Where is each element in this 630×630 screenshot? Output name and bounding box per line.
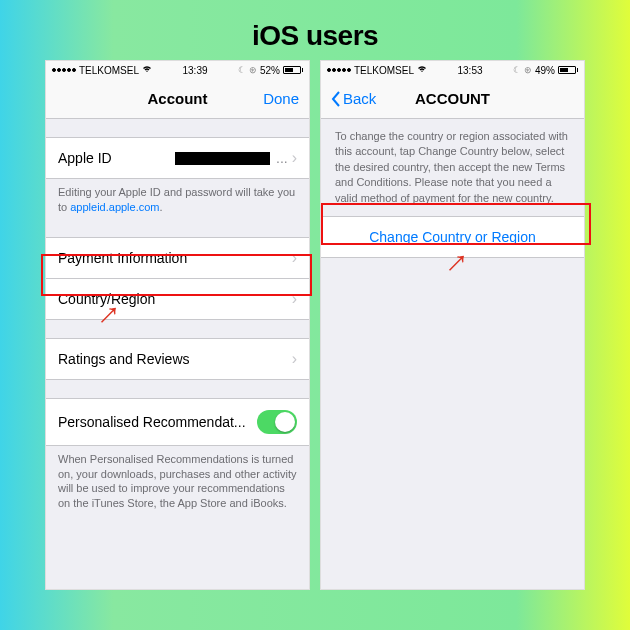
alarm-icon: ⊛ bbox=[249, 65, 257, 75]
battery-percent: 52% bbox=[260, 65, 280, 76]
status-bar: TELKOMSEL 13:39 ☾ ⊛ 52% bbox=[46, 61, 309, 79]
phone-left: TELKOMSEL 13:39 ☾ ⊛ 52% Account Done bbox=[45, 60, 310, 590]
appleid-link[interactable]: appleid.apple.com bbox=[70, 201, 159, 213]
apple-id-label: Apple ID bbox=[58, 150, 112, 166]
phone-right: TELKOMSEL 13:53 ☾ ⊛ 49% Back ACCOUNT bbox=[320, 60, 585, 590]
chevron-left-icon bbox=[331, 91, 341, 107]
carrier-label: TELKOMSEL bbox=[354, 65, 414, 76]
ratings-label: Ratings and Reviews bbox=[58, 351, 292, 367]
chevron-right-icon: › bbox=[292, 149, 297, 167]
payment-label: Payment Information bbox=[58, 250, 292, 266]
chevron-right-icon: › bbox=[292, 350, 297, 368]
dnd-moon-icon: ☾ bbox=[513, 65, 521, 75]
signal-dots-icon bbox=[327, 68, 351, 72]
change-country-description: To change the country or region associat… bbox=[321, 119, 584, 216]
nav-title: Account bbox=[148, 90, 208, 107]
personalised-label: Personalised Recommendat... bbox=[58, 414, 257, 430]
country-label: Country/Region bbox=[58, 291, 292, 307]
nav-bar: Account Done bbox=[46, 79, 309, 119]
apple-id-suffix: ... bbox=[276, 150, 288, 166]
status-bar: TELKOMSEL 13:53 ☾ ⊛ 49% bbox=[321, 61, 584, 79]
done-button[interactable]: Done bbox=[263, 90, 299, 107]
clock: 13:53 bbox=[457, 65, 482, 76]
battery-icon bbox=[283, 66, 303, 74]
country-region-row[interactable]: Country/Region › bbox=[46, 279, 309, 320]
battery-icon bbox=[558, 66, 578, 74]
clock: 13:39 bbox=[182, 65, 207, 76]
nav-title: ACCOUNT bbox=[415, 90, 490, 107]
wifi-icon bbox=[142, 65, 152, 75]
carrier-label: TELKOMSEL bbox=[79, 65, 139, 76]
change-country-button[interactable]: Change Country or Region bbox=[321, 216, 584, 258]
apple-id-footer: Editing your Apple ID and password will … bbox=[46, 179, 309, 219]
ratings-reviews-row[interactable]: Ratings and Reviews › bbox=[46, 338, 309, 380]
apple-id-redacted bbox=[175, 152, 270, 165]
payment-info-row[interactable]: Payment Information › bbox=[46, 237, 309, 279]
personalised-row[interactable]: Personalised Recommendat... bbox=[46, 398, 309, 446]
nav-bar: Back ACCOUNT bbox=[321, 79, 584, 119]
apple-id-row[interactable]: Apple ID ... › bbox=[46, 137, 309, 179]
chevron-right-icon: › bbox=[292, 290, 297, 308]
personalised-toggle[interactable] bbox=[257, 410, 297, 434]
signal-dots-icon bbox=[52, 68, 76, 72]
page-heading: iOS users bbox=[0, 0, 630, 52]
chevron-right-icon: › bbox=[292, 249, 297, 267]
battery-percent: 49% bbox=[535, 65, 555, 76]
wifi-icon bbox=[417, 65, 427, 75]
personalised-footer: When Personalised Recommendations is tur… bbox=[46, 446, 309, 515]
back-button[interactable]: Back bbox=[331, 90, 376, 107]
alarm-icon: ⊛ bbox=[524, 65, 532, 75]
dnd-moon-icon: ☾ bbox=[238, 65, 246, 75]
